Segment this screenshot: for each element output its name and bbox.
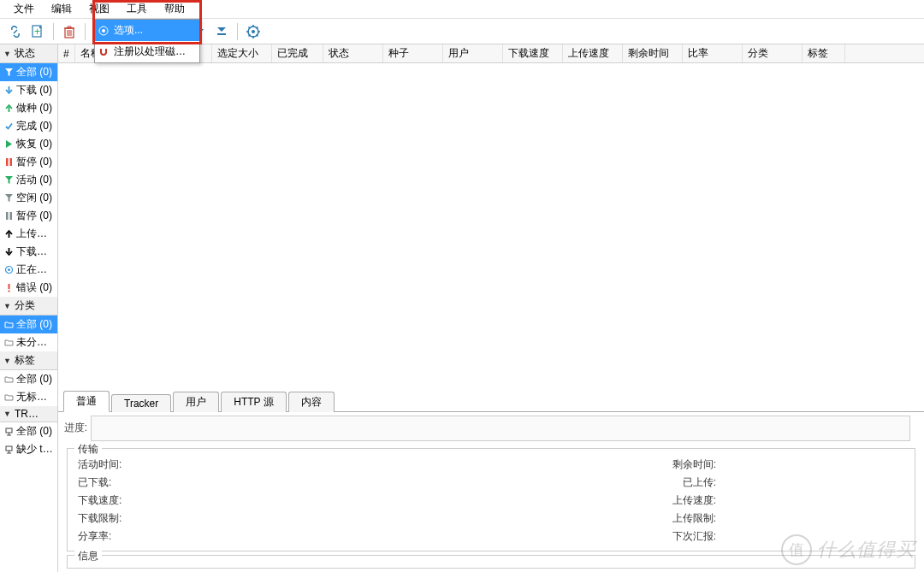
collapse-icon: ▼ [3, 302, 11, 310]
toolbar-separator [53, 23, 54, 40]
sidebar-header-tags[interactable]: ▼标签 [0, 351, 57, 370]
transfer-label-right: 上传速度: [672, 493, 716, 508]
sidebar-item-status-6[interactable]: 活动 (0) [0, 171, 57, 189]
sidebar-item-status-12[interactable]: 错误 (0) [0, 279, 57, 297]
transfer-label-right: 剩余时间: [672, 457, 716, 472]
svg-text:+: + [34, 26, 40, 38]
sidebar-item-label: 下载… [16, 245, 47, 259]
sidebar-item-tag-0[interactable]: 全部 (0) [0, 370, 57, 388]
svg-point-13 [8, 268, 10, 271]
collapse-icon: ▼ [3, 50, 11, 58]
sidebar-item-label: 暂停 (0) [16, 209, 52, 223]
sidebar-item-status-9[interactable]: 上传… [0, 225, 57, 243]
sidebar-item-category-1[interactable]: 未分… [0, 333, 57, 351]
bang-icon [3, 283, 14, 293]
down-icon [3, 86, 14, 96]
column-header[interactable]: 选定大小 [212, 44, 272, 62]
column-header[interactable]: 下载速度 [503, 44, 563, 62]
magnet-icon [98, 47, 109, 57]
menu-item-options[interactable]: 选项... [95, 20, 199, 41]
column-header[interactable]: 上传速度 [563, 44, 623, 62]
sidebar-item-status-4[interactable]: 恢复 (0) [0, 135, 57, 153]
sidebar-item-label: 下载 (0) [16, 83, 52, 97]
tab-general[interactable]: 普通 [63, 391, 110, 412]
column-header[interactable]: 标签 [803, 44, 845, 62]
sidebar-item-status-10[interactable]: 下载… [0, 243, 57, 261]
info-legend: 信息 [74, 549, 102, 563]
tr-icon [3, 445, 14, 455]
filter-icon [3, 193, 14, 203]
menu-view[interactable]: 视图 [80, 0, 118, 19]
sidebar-item-label: 做种 (0) [16, 101, 52, 115]
sidebar-item-tag-1[interactable]: 无标… [0, 388, 57, 406]
menu-help[interactable]: 帮助 [156, 0, 193, 19]
tab-tracker[interactable]: Tracker [111, 394, 171, 412]
column-header[interactable]: 种子 [383, 44, 443, 62]
sidebar-item-label: 上传… [16, 227, 47, 241]
sidebar-item-tracker-1[interactable]: 缺少 t… [0, 440, 57, 458]
watermark: 值 什么值得买 [781, 534, 915, 565]
transfer-label-left: 下载速度: [78, 493, 121, 508]
filter-icon [3, 175, 14, 186]
sidebar-item-label: 无标… [16, 390, 47, 404]
sidebar-item-label: 活动 (0) [16, 173, 52, 187]
sidebar-header-trackers[interactable]: ▼TR… [0, 406, 57, 422]
add-torrent-button[interactable]: + [27, 21, 48, 42]
column-header[interactable]: 用户 [443, 44, 503, 62]
sidebar-header-category[interactable]: ▼分类 [0, 297, 57, 315]
svg-rect-16 [6, 428, 12, 433]
menu-file[interactable]: 文件 [5, 0, 43, 19]
folder-icon [3, 320, 14, 330]
delete-button[interactable] [59, 21, 80, 42]
transfer-legend: 传输 [74, 442, 102, 457]
filter-icon [3, 68, 14, 78]
svg-rect-5 [217, 33, 226, 35]
sidebar-item-status-7[interactable]: 空闲 (0) [0, 189, 57, 207]
sidebar-item-status-2[interactable]: 做种 (0) [0, 99, 57, 117]
menu-edit[interactable]: 编辑 [43, 0, 80, 19]
tab-http-sources[interactable]: HTTP 源 [221, 392, 286, 412]
column-header[interactable]: 分类 [743, 44, 803, 62]
tab-peers[interactable]: 用户 [173, 392, 219, 412]
tr-icon [3, 427, 14, 437]
sidebar-item-status-11[interactable]: 正在… [0, 261, 57, 279]
menu-tools[interactable]: 工具 [118, 0, 156, 19]
sidebar-item-label: 错误 (0) [16, 280, 52, 295]
column-header[interactable]: 比率 [683, 44, 743, 62]
add-link-button[interactable] [5, 21, 26, 42]
sidebar-item-label: 全部 (0) [16, 372, 52, 386]
column-header[interactable]: 已完成 [272, 44, 323, 62]
table-body[interactable] [58, 63, 924, 392]
svg-point-7 [252, 30, 255, 33]
up-icon [3, 103, 14, 114]
tab-content[interactable]: 内容 [288, 392, 335, 412]
sidebar-item-status-1[interactable]: 下载 (0) [0, 81, 57, 99]
column-header[interactable]: 剩余时间 [623, 44, 683, 62]
folder-icon [3, 338, 14, 348]
main-area: ▼状态 全部 (0)下载 (0)做种 (0)完成 (0)恢复 (0)暂停 (0)… [0, 44, 924, 572]
move-bottom-button[interactable] [211, 21, 232, 42]
sidebar-item-label: 全部 (0) [16, 317, 52, 332]
sidebar-item-status-3[interactable]: 完成 (0) [0, 117, 57, 135]
sidebar-item-category-0[interactable]: 全部 (0) [0, 315, 57, 333]
sidebar-item-label: 全部 (0) [16, 424, 52, 439]
progress-row: 进度: [58, 412, 924, 445]
folder-icon [3, 392, 14, 403]
sidebar-item-label: 暂停 (0) [16, 155, 52, 169]
sidebar-item-label: 正在… [16, 262, 47, 277]
settings-button[interactable] [243, 21, 264, 42]
svg-rect-10 [6, 212, 9, 220]
menu-item-register-magnet[interactable]: 注册以处理磁力链... [95, 41, 199, 62]
sidebar-header-status[interactable]: ▼状态 [0, 44, 57, 63]
watermark-icon: 值 [781, 534, 812, 565]
sidebar-item-status-5[interactable]: 暂停 (0) [0, 153, 57, 171]
column-header[interactable]: # [58, 44, 75, 62]
column-header[interactable]: 状态 [323, 44, 383, 62]
up-icon [3, 229, 14, 239]
transfer-label-left: 活动时间: [78, 457, 121, 472]
sidebar-item-status-0[interactable]: 全部 (0) [0, 63, 57, 81]
progress-bar [91, 416, 910, 441]
toolbar-separator [85, 23, 86, 40]
sidebar-item-status-8[interactable]: 暂停 (0) [0, 207, 57, 225]
sidebar-item-tracker-0[interactable]: 全部 (0) [0, 422, 57, 440]
